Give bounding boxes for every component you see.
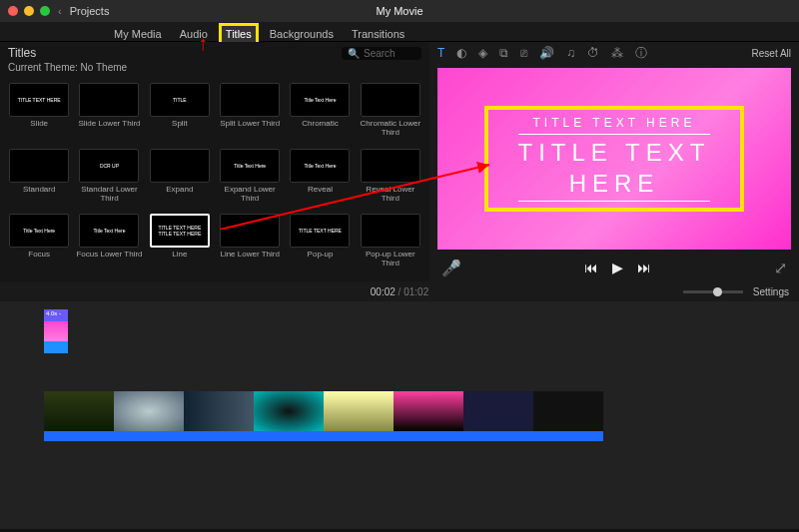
title-item[interactable]: TITLE TEXT HERE TITLE TEXT HERELine bbox=[147, 214, 213, 275]
title-thumb[interactable]: Title Text Here bbox=[9, 214, 69, 248]
inspector-toolbar: T ◐ ◈ ⧉ ⎚ 🔊 ♫ ⏱ ⁂ ⓘ Reset All bbox=[429, 42, 799, 64]
title-grid: TITLE TEXT HERESlideSlide Lower ThirdTIT… bbox=[0, 77, 429, 281]
title-thumb[interactable] bbox=[361, 149, 420, 183]
title-thumb[interactable] bbox=[361, 214, 420, 248]
color-correct-icon[interactable]: ◈ bbox=[478, 46, 487, 60]
title-overlay[interactable]: TITLE TEXT HERE TITLE TEXTHERE bbox=[484, 106, 745, 212]
title-caption: Standard bbox=[23, 185, 55, 194]
volume-icon[interactable]: 🔊 bbox=[539, 46, 554, 60]
title-caption: Reveal bbox=[308, 185, 333, 194]
clip-frame[interactable] bbox=[114, 391, 184, 431]
media-tabs: My MediaAudioTitlesBackgroundsTransition… bbox=[0, 22, 799, 42]
title-thumb[interactable]: Title Text Here bbox=[79, 214, 139, 248]
tab-backgrounds[interactable]: Backgrounds bbox=[266, 26, 338, 42]
title-caption: Line Lower Third bbox=[220, 250, 279, 259]
title-caption: Line bbox=[172, 250, 187, 259]
title-item[interactable]: Line Lower Third bbox=[217, 214, 283, 275]
minimize-icon[interactable] bbox=[24, 6, 34, 16]
title-thumb[interactable] bbox=[9, 149, 69, 183]
title-item[interactable]: TITLESplit bbox=[147, 83, 213, 145]
title-item[interactable]: Standard bbox=[6, 149, 72, 211]
title-item[interactable]: Slide Lower Third bbox=[76, 83, 142, 145]
noise-icon[interactable]: ♫ bbox=[566, 46, 575, 60]
title-item[interactable]: Title Text HereExpand Lower Third bbox=[217, 149, 283, 211]
title-thumb[interactable] bbox=[361, 83, 420, 117]
title-clip-thumb[interactable] bbox=[44, 321, 68, 341]
zoom-slider[interactable] bbox=[683, 290, 743, 293]
title-item[interactable]: DCR UPStandard Lower Third bbox=[76, 149, 142, 211]
info-icon[interactable]: ⓘ bbox=[635, 45, 647, 62]
color-balance-icon[interactable]: ◐ bbox=[456, 46, 466, 60]
title-item[interactable]: Pop-up Lower Third bbox=[358, 214, 423, 275]
title-sub: TITLE TEXT HERE bbox=[518, 114, 711, 132]
play-button[interactable]: ▶ bbox=[612, 260, 623, 275]
title-item[interactable]: Split Lower Third bbox=[217, 83, 283, 145]
title-thumb[interactable]: Title Text Here bbox=[220, 149, 280, 183]
clip-frame[interactable] bbox=[533, 391, 603, 431]
clip-frame[interactable] bbox=[394, 391, 463, 431]
title-item[interactable]: Chromatic Lower Third bbox=[358, 83, 423, 145]
title-item[interactable]: TITLE TEXT HERESlide bbox=[6, 83, 72, 145]
title-item[interactable]: Reveal Lower Third bbox=[358, 149, 423, 211]
title-item[interactable]: TITLE TEXT HEREPop-up bbox=[287, 214, 353, 275]
title-thumb[interactable]: Title Text Here bbox=[290, 83, 350, 117]
title-caption: Focus Lower Third bbox=[76, 250, 142, 259]
close-icon[interactable] bbox=[8, 6, 18, 16]
title-thumb[interactable]: DCR UP bbox=[79, 149, 139, 183]
video-track[interactable] bbox=[44, 391, 603, 431]
stabilize-icon[interactable]: ⎚ bbox=[520, 46, 527, 60]
audio-track[interactable] bbox=[44, 431, 603, 441]
clip-frame[interactable] bbox=[254, 391, 324, 431]
prev-button[interactable]: ⏮ bbox=[584, 260, 598, 275]
fullscreen-icon[interactable]: ⤢ bbox=[774, 259, 787, 277]
title-thumb[interactable]: TITLE bbox=[150, 83, 210, 117]
maximize-icon[interactable] bbox=[40, 6, 50, 16]
title-caption: Focus bbox=[28, 250, 50, 259]
tab-transitions[interactable]: Transitions bbox=[348, 26, 408, 42]
title-clip-audio[interactable] bbox=[44, 341, 68, 353]
title-thumb[interactable] bbox=[220, 83, 280, 117]
crop-icon[interactable]: ⧉ bbox=[499, 46, 508, 60]
speed-icon[interactable]: ⏱ bbox=[587, 46, 599, 60]
filter-icon[interactable]: ⁂ bbox=[611, 46, 623, 60]
title-browser: Titles 🔍 Search Current Theme: No Theme … bbox=[0, 42, 429, 281]
clip-frame[interactable] bbox=[184, 391, 254, 431]
title-thumb[interactable] bbox=[79, 83, 139, 117]
tab-audio[interactable]: Audio bbox=[176, 26, 212, 42]
clip-frame[interactable] bbox=[324, 391, 394, 431]
title-thumb[interactable] bbox=[220, 214, 280, 248]
title-item[interactable]: Title Text HereFocus Lower Third bbox=[76, 214, 142, 275]
projects-button[interactable]: Projects bbox=[70, 5, 110, 17]
next-button[interactable]: ⏭ bbox=[637, 260, 651, 275]
title-thumb[interactable]: Title Text Here bbox=[290, 149, 350, 183]
title-thumb[interactable]: TITLE TEXT HERE TITLE TEXT HERE bbox=[150, 214, 210, 248]
title-clip-stack[interactable]: 4.0s - bbox=[44, 309, 68, 353]
tab-titles[interactable]: Titles bbox=[222, 26, 256, 42]
reset-all-button[interactable]: Reset All bbox=[752, 48, 791, 59]
title-item[interactable]: Expand bbox=[147, 149, 213, 211]
title-thumb[interactable] bbox=[150, 149, 210, 183]
title-thumb[interactable]: TITLE TEXT HERE bbox=[9, 83, 69, 117]
search-icon: 🔍 bbox=[348, 48, 360, 59]
title-caption: Reveal Lower Third bbox=[358, 185, 423, 203]
search-input[interactable]: 🔍 Search bbox=[342, 47, 421, 60]
title-clip[interactable]: 4.0s - bbox=[44, 309, 68, 321]
title-thumb[interactable]: TITLE TEXT HERE bbox=[290, 214, 350, 248]
text-tool-icon[interactable]: T bbox=[437, 46, 444, 60]
settings-button[interactable]: Settings bbox=[753, 286, 789, 297]
tab-my-media[interactable]: My Media bbox=[110, 26, 166, 42]
clip-frame[interactable] bbox=[463, 391, 533, 431]
title-main: TITLE TEXTHERE bbox=[518, 137, 711, 199]
back-button[interactable]: ‹ bbox=[58, 5, 62, 17]
timeline[interactable]: 4.0s - bbox=[0, 301, 799, 529]
timecode: 00:02 / 01:02 bbox=[371, 286, 428, 297]
theme-label: Current Theme: No Theme bbox=[0, 62, 429, 77]
video-preview[interactable]: TITLE TEXT HERE TITLE TEXTHERE bbox=[437, 68, 791, 250]
title-item[interactable]: Title Text HereReveal bbox=[287, 149, 353, 211]
clip-frame[interactable] bbox=[44, 391, 114, 431]
search-placeholder: Search bbox=[364, 48, 396, 59]
title-item[interactable]: Title Text HereChromatic bbox=[287, 83, 353, 145]
title-item[interactable]: Title Text HereFocus bbox=[6, 214, 72, 275]
mic-icon[interactable]: 🎤 bbox=[441, 259, 461, 277]
title-caption: Slide Lower Third bbox=[78, 119, 140, 128]
